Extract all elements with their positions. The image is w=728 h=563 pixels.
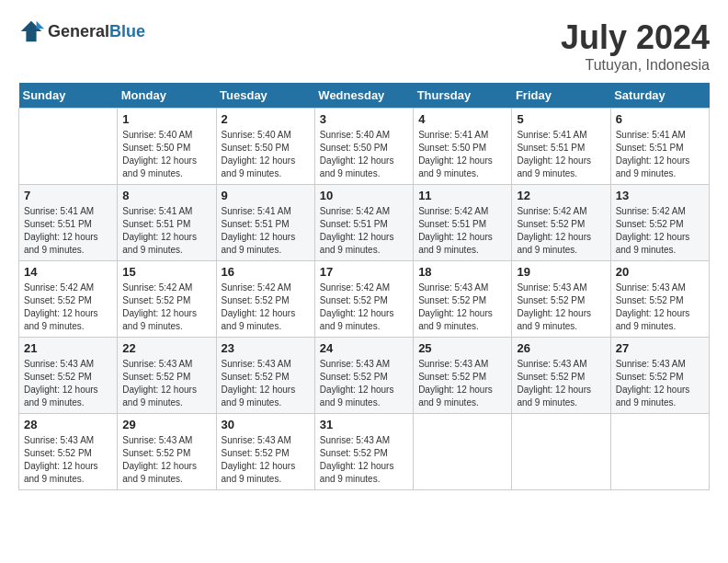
calendar-cell: 17Sunrise: 5:42 AMSunset: 5:52 PMDayligh…	[314, 261, 413, 338]
day-number: 15	[122, 265, 210, 279]
calendar-cell: 11Sunrise: 5:42 AMSunset: 5:51 PMDayligh…	[414, 185, 512, 261]
calendar-cell	[512, 414, 610, 490]
day-info: Sunrise: 5:43 AMSunset: 5:52 PMDaylight:…	[24, 434, 112, 486]
calendar-cell	[19, 109, 118, 185]
day-number: 29	[122, 418, 210, 431]
day-number: 1	[122, 112, 210, 126]
calendar-cell: 24Sunrise: 5:43 AMSunset: 5:52 PMDayligh…	[314, 338, 413, 414]
day-number: 16	[222, 265, 310, 279]
calendar-cell: 7Sunrise: 5:41 AMSunset: 5:51 PMDaylight…	[19, 185, 118, 261]
day-number: 10	[320, 189, 408, 202]
day-number: 14	[24, 265, 112, 279]
calendar-week-row: 14Sunrise: 5:42 AMSunset: 5:52 PMDayligh…	[19, 261, 710, 338]
calendar-cell: 6Sunrise: 5:41 AMSunset: 5:51 PMDaylight…	[610, 109, 709, 185]
day-info: Sunrise: 5:43 AMSunset: 5:52 PMDaylight:…	[320, 434, 408, 486]
calendar-table: SundayMondayTuesdayWednesdayThursdayFrid…	[18, 83, 710, 490]
logo-icon	[18, 18, 44, 44]
calendar-cell: 23Sunrise: 5:43 AMSunset: 5:52 PMDayligh…	[216, 338, 314, 414]
day-number: 25	[418, 341, 506, 355]
calendar-cell: 14Sunrise: 5:42 AMSunset: 5:52 PMDayligh…	[19, 261, 118, 338]
day-number: 11	[418, 189, 506, 202]
calendar-cell: 20Sunrise: 5:43 AMSunset: 5:52 PMDayligh…	[610, 261, 709, 338]
calendar-week-row: 28Sunrise: 5:43 AMSunset: 5:52 PMDayligh…	[19, 414, 710, 490]
day-number: 20	[616, 265, 704, 279]
calendar-cell	[610, 414, 709, 490]
column-header-friday: Friday	[512, 83, 610, 109]
month-title: July 2024	[561, 18, 710, 57]
day-number: 2	[222, 112, 310, 126]
calendar-cell: 12Sunrise: 5:42 AMSunset: 5:52 PMDayligh…	[512, 185, 610, 261]
day-number: 19	[517, 265, 605, 279]
day-info: Sunrise: 5:41 AMSunset: 5:51 PMDaylight:…	[122, 205, 210, 257]
calendar-cell: 25Sunrise: 5:43 AMSunset: 5:52 PMDayligh…	[414, 338, 512, 414]
column-header-tuesday: Tuesday	[216, 83, 314, 109]
day-info: Sunrise: 5:42 AMSunset: 5:52 PMDaylight:…	[24, 282, 112, 333]
location-title: Tutuyan, Indonesia	[561, 57, 710, 74]
calendar-cell: 5Sunrise: 5:41 AMSunset: 5:51 PMDaylight…	[512, 109, 610, 185]
calendar-cell: 15Sunrise: 5:42 AMSunset: 5:52 PMDayligh…	[118, 261, 216, 338]
day-info: Sunrise: 5:42 AMSunset: 5:51 PMDaylight:…	[418, 205, 506, 257]
calendar-cell: 13Sunrise: 5:42 AMSunset: 5:52 PMDayligh…	[610, 185, 709, 261]
day-info: Sunrise: 5:42 AMSunset: 5:52 PMDaylight:…	[122, 282, 210, 333]
day-info: Sunrise: 5:43 AMSunset: 5:52 PMDaylight:…	[517, 358, 605, 409]
calendar-cell: 8Sunrise: 5:41 AMSunset: 5:51 PMDaylight…	[118, 185, 216, 261]
day-info: Sunrise: 5:40 AMSunset: 5:50 PMDaylight:…	[122, 129, 210, 180]
title-block: July 2024 Tutuyan, Indonesia	[561, 18, 710, 74]
day-info: Sunrise: 5:42 AMSunset: 5:52 PMDaylight:…	[517, 205, 605, 257]
day-number: 30	[222, 418, 310, 431]
day-number: 21	[24, 341, 112, 355]
calendar-cell: 22Sunrise: 5:43 AMSunset: 5:52 PMDayligh…	[118, 338, 216, 414]
day-number: 8	[122, 189, 210, 202]
day-number: 5	[517, 112, 605, 126]
day-number: 12	[517, 189, 605, 202]
calendar-cell: 9Sunrise: 5:41 AMSunset: 5:51 PMDaylight…	[216, 185, 314, 261]
calendar-cell	[414, 414, 512, 490]
day-info: Sunrise: 5:43 AMSunset: 5:52 PMDaylight:…	[418, 282, 506, 333]
logo: GeneralBlue	[18, 18, 145, 44]
calendar-cell: 21Sunrise: 5:43 AMSunset: 5:52 PMDayligh…	[19, 338, 118, 414]
day-info: Sunrise: 5:41 AMSunset: 5:51 PMDaylight:…	[517, 129, 605, 180]
calendar-header-row: SundayMondayTuesdayWednesdayThursdayFrid…	[19, 83, 710, 109]
calendar-week-row: 21Sunrise: 5:43 AMSunset: 5:52 PMDayligh…	[19, 338, 710, 414]
calendar-cell: 10Sunrise: 5:42 AMSunset: 5:51 PMDayligh…	[314, 185, 413, 261]
day-info: Sunrise: 5:43 AMSunset: 5:52 PMDaylight:…	[320, 358, 408, 409]
day-info: Sunrise: 5:41 AMSunset: 5:51 PMDaylight:…	[616, 129, 704, 180]
calendar-cell: 4Sunrise: 5:41 AMSunset: 5:50 PMDaylight…	[414, 109, 512, 185]
calendar-cell: 19Sunrise: 5:43 AMSunset: 5:52 PMDayligh…	[512, 261, 610, 338]
day-number: 27	[616, 341, 704, 355]
day-number: 22	[122, 341, 210, 355]
day-number: 18	[418, 265, 506, 279]
day-number: 17	[320, 265, 408, 279]
calendar-cell: 27Sunrise: 5:43 AMSunset: 5:52 PMDayligh…	[610, 338, 709, 414]
day-info: Sunrise: 5:43 AMSunset: 5:52 PMDaylight:…	[24, 358, 112, 409]
calendar-cell: 28Sunrise: 5:43 AMSunset: 5:52 PMDayligh…	[19, 414, 118, 490]
column-header-wednesday: Wednesday	[314, 83, 413, 109]
day-info: Sunrise: 5:42 AMSunset: 5:51 PMDaylight:…	[320, 205, 408, 257]
calendar-week-row: 7Sunrise: 5:41 AMSunset: 5:51 PMDaylight…	[19, 185, 710, 261]
day-number: 3	[320, 112, 408, 126]
day-number: 28	[24, 418, 112, 431]
day-number: 4	[418, 112, 506, 126]
day-number: 7	[24, 189, 112, 202]
day-number: 26	[517, 341, 605, 355]
day-number: 23	[222, 341, 310, 355]
calendar-cell: 2Sunrise: 5:40 AMSunset: 5:50 PMDaylight…	[216, 109, 314, 185]
day-info: Sunrise: 5:41 AMSunset: 5:51 PMDaylight:…	[222, 205, 310, 257]
logo-general: General	[48, 22, 109, 40]
calendar-week-row: 1Sunrise: 5:40 AMSunset: 5:50 PMDaylight…	[19, 109, 710, 185]
day-info: Sunrise: 5:40 AMSunset: 5:50 PMDaylight:…	[222, 129, 310, 180]
svg-marker-1	[37, 21, 44, 29]
day-info: Sunrise: 5:42 AMSunset: 5:52 PMDaylight:…	[320, 282, 408, 333]
logo-blue: Blue	[109, 22, 145, 40]
day-info: Sunrise: 5:42 AMSunset: 5:52 PMDaylight:…	[616, 205, 704, 257]
day-info: Sunrise: 5:43 AMSunset: 5:52 PMDaylight:…	[122, 358, 210, 409]
day-info: Sunrise: 5:41 AMSunset: 5:51 PMDaylight:…	[24, 205, 112, 257]
column-header-monday: Monday	[118, 83, 216, 109]
calendar-cell: 31Sunrise: 5:43 AMSunset: 5:52 PMDayligh…	[314, 414, 413, 490]
day-info: Sunrise: 5:43 AMSunset: 5:52 PMDaylight:…	[517, 282, 605, 333]
calendar-cell: 26Sunrise: 5:43 AMSunset: 5:52 PMDayligh…	[512, 338, 610, 414]
day-number: 24	[320, 341, 408, 355]
column-header-saturday: Saturday	[610, 83, 709, 109]
day-info: Sunrise: 5:43 AMSunset: 5:52 PMDaylight:…	[122, 434, 210, 486]
logo-text: GeneralBlue	[48, 22, 145, 41]
